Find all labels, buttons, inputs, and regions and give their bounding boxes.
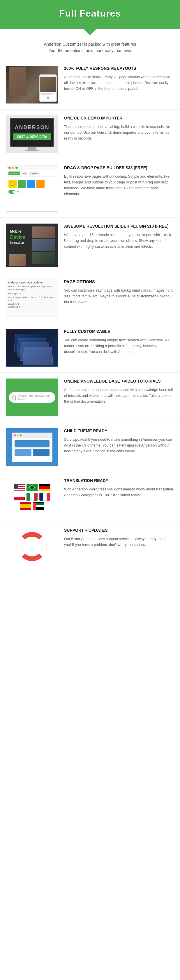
feature-desc-responsive: Anderson is fully mobile ready. All page… — [64, 74, 174, 92]
flag-germany — [39, 484, 50, 491]
flag-us — [14, 484, 25, 491]
feature-desc-demo-importer: There is no need to code anything, build… — [64, 124, 174, 141]
mock-toggle-label: off. — [17, 191, 20, 193]
search-icon — [12, 395, 16, 399]
feature-desc-revolution-slider: We have made 15 premade sliders that you… — [64, 232, 174, 250]
mock-page-type-label: Page Type — [8, 293, 18, 294]
flag-france — [39, 493, 50, 501]
header-section: Full Features — [0, 0, 180, 29]
mock-visual-tab: VISUAL — [8, 172, 20, 175]
feature-row-customizable: FULLY CUSTOMIZABLE You can create someth… — [0, 323, 180, 373]
feature-row-revolution-slider: Mobile Device Interaction AWESOME REVOLU… — [0, 218, 180, 273]
feature-content-responsive: 100% FULLY RESPONSIVE LAYOUTS Anderson i… — [64, 66, 174, 92]
mock-install-btn: INSTALL DEMO DATA — [13, 134, 51, 140]
feature-desc-page-options: You can customize each page with backgro… — [64, 288, 174, 305]
feature-content-revolution-slider: AWESOME REVOLUTION SLIDER PLUGIN $18 (FR… — [64, 224, 174, 250]
mock-search-placeholder: Search the knowledge base — [18, 394, 52, 401]
feature-title-support: SUPPORT + UPDATES — [64, 528, 174, 533]
svg-point-3 — [25, 539, 39, 554]
mock-default-scroll-label: Default: Scroll — [8, 306, 21, 308]
feature-row-translation: TRANSLATION READY With Anderson Wordpres… — [0, 472, 180, 522]
feature-image-support — [6, 528, 58, 565]
intro-line2: Your theme options, now more easy than e… — [18, 48, 162, 54]
feature-desc-child-theme: Safe Updates! If you need to make someth… — [64, 437, 174, 454]
mock-anderson-label: ANDERSON — [14, 124, 49, 130]
feature-image-page-options: Anderson WP Page Options Here you can se… — [6, 279, 58, 317]
mock-yes-show-label: Yes, show it! — [8, 303, 19, 305]
mock-interaction-label: Interaction — [10, 241, 24, 244]
feature-title-page-options: PAGE OPTIONS — [64, 279, 174, 285]
feature-row-knowledge-base: Search the knowledge base ONLINE KNOWLED… — [0, 373, 180, 422]
feature-image-translation — [6, 478, 58, 516]
mock-visible-label: Make this page visible in the menu? (Def… — [8, 296, 56, 302]
feature-content-page-builder: DRAG & DROP PAGE BUILDER $33 (FREE) Buil… — [64, 165, 174, 197]
feature-title-translation: TRANSLATION READY — [64, 478, 174, 484]
feature-title-responsive: 100% FULLY RESPONSIVE LAYOUTS — [64, 66, 174, 72]
feature-content-support: SUPPORT + UPDATES Our 5 star premium-cla… — [64, 528, 174, 548]
feature-row-support: SUPPORT + UPDATES Our 5 star premium-cla… — [0, 522, 180, 571]
mock-device-label: Device — [10, 235, 25, 240]
intro-line1: Anderson Customizer is packed with great… — [18, 41, 162, 48]
feature-desc-translation: With Anderson Wordpress you don't need t… — [64, 486, 174, 498]
flag-italy — [27, 493, 38, 501]
feature-row-demo-importer: ANDERSON INSTALL DEMO DATA ONE CLICK DEM… — [0, 110, 180, 159]
feature-title-page-builder: DRAG & DROP PAGE BUILDER $33 (FREE) — [64, 165, 174, 171]
feature-content-knowledge-base: ONLINE KNOWLEDGE BASE +VIDEO TUTORIALS A… — [64, 379, 174, 405]
mock-page-type-desc: Here you can select the type of your pag… — [8, 285, 56, 291]
feature-image-customizable — [6, 329, 58, 367]
feature-image-child-theme — [6, 428, 58, 466]
header-arrow — [84, 29, 96, 35]
feature-image-page-builder: VISUAL All Layouts off. — [6, 165, 58, 212]
feature-row-responsive: 100% FULLY RESPONSIVE LAYOUTS Anderson i… — [0, 60, 180, 110]
mock-layouts-tab: Layouts — [29, 172, 40, 175]
feature-content-customizable: FULLY CUSTOMIZABLE You can create someth… — [64, 329, 174, 355]
feature-content-translation: TRANSLATION READY With Anderson Wordpres… — [64, 478, 174, 498]
feature-image-revolution-slider: Mobile Device Interaction — [6, 224, 58, 267]
mock-wp-options-title: Anderson WP Page Options — [8, 281, 56, 284]
page-title: Full Features — [6, 8, 174, 19]
feature-desc-page-builder: Build responsive pages without coding. S… — [64, 173, 174, 197]
flag-spain — [20, 502, 31, 510]
feature-image-knowledge-base: Search the knowledge base — [6, 379, 58, 416]
mock-mobile-label: Mobile — [10, 229, 21, 234]
feature-title-customizable: FULLY CUSTOMIZABLE — [64, 329, 174, 335]
feature-content-demo-importer: ONE CLICK DEMO IMPORTER There is no need… — [64, 115, 174, 142]
feature-title-knowledge-base: ONLINE KNOWLEDGE BASE +VIDEO TUTORIALS — [64, 379, 174, 384]
mock-page-type-select[interactable]: ▼ — [19, 292, 23, 295]
feature-image-demo-importer: ANDERSON INSTALL DEMO DATA — [6, 115, 58, 153]
feature-desc-customizable: You can create something unique from scr… — [64, 337, 174, 355]
flag-poland — [14, 493, 25, 501]
mock-all-tab: All — [21, 172, 27, 175]
feature-row-page-builder: VISUAL All Layouts off. DRAG & DROP PAGE… — [0, 159, 180, 218]
flag-brazil — [27, 484, 38, 491]
feature-title-child-theme: CHILD THEME READY — [64, 428, 174, 434]
feature-content-child-theme: CHILD THEME READY Safe Updates! If you n… — [64, 428, 174, 454]
feature-title-revolution-slider: AWESOME REVOLUTION SLIDER PLUGIN $18 (FR… — [64, 224, 174, 229]
flag-uae — [33, 502, 44, 510]
feature-desc-support: Our 5 star premium-class support service… — [64, 536, 174, 548]
feature-image-responsive — [6, 66, 58, 103]
feature-content-page-options: PAGE OPTIONS You can customize each page… — [64, 279, 174, 305]
feature-desc-knowledge-base: Anderson have an online documentation wi… — [64, 387, 174, 404]
feature-row-child-theme: CHILD THEME READY Safe Updates! If you n… — [0, 422, 180, 472]
lifesaver-icon — [18, 532, 47, 561]
feature-row-page-options: Anderson WP Page Options Here you can se… — [0, 273, 180, 323]
feature-title-demo-importer: ONE CLICK DEMO IMPORTER — [64, 115, 174, 121]
